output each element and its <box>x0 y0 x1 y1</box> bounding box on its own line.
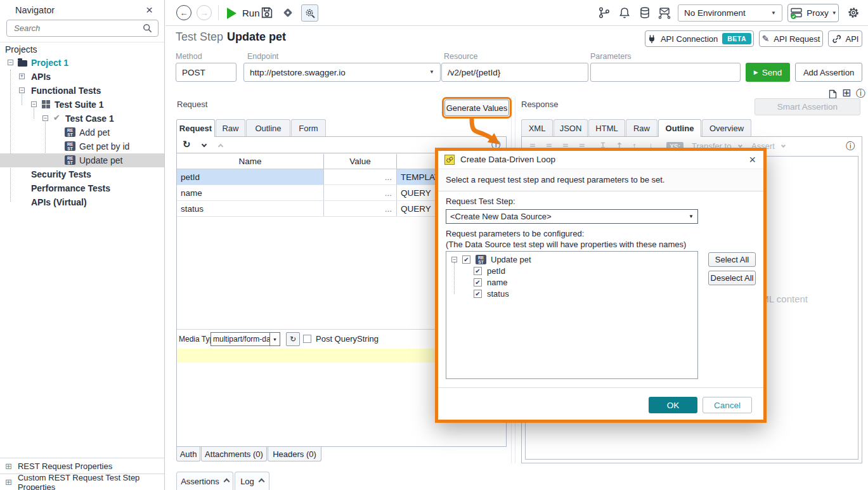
section-custom-properties[interactable]: ⊞ Custom REST Request Test Step Properti… <box>0 474 164 490</box>
tree-item-get-pet[interactable]: REST Get pet by id <box>0 139 164 153</box>
param-name-cell[interactable]: name <box>177 185 324 200</box>
cancel-button[interactable]: Cancel <box>703 397 752 413</box>
media-refresh-button[interactable]: ↻ <box>286 332 300 346</box>
rest-badge-top: RE <box>478 255 484 260</box>
tab-assertions[interactable]: Assertions <box>176 472 233 490</box>
post-querystring-checkbox[interactable] <box>303 335 311 343</box>
generate-values-button[interactable]: Generate Values <box>444 100 509 116</box>
method-field[interactable]: POST <box>176 63 236 82</box>
chevron-up-icon[interactable] <box>218 144 223 149</box>
checkbox-checked[interactable]: ✔ <box>462 255 470 264</box>
tab-label: Auth <box>180 449 197 459</box>
chevron-down-icon[interactable] <box>202 142 207 147</box>
param-tree-item-update-pet[interactable]: − ✔ REST Update pet <box>446 254 697 266</box>
tab-html[interactable]: HTML <box>588 119 625 136</box>
close-icon[interactable]: × <box>146 4 153 16</box>
media-type-value: multipart/form-data <box>211 335 269 344</box>
tab-form[interactable]: Form <box>291 119 326 136</box>
run-button[interactable]: Run <box>227 0 260 26</box>
tree-item-test-suite[interactable]: − Test Suite 1 <box>0 98 164 112</box>
api-connection-button[interactable]: API Connection BETA <box>645 30 754 47</box>
close-icon[interactable]: × <box>749 154 756 165</box>
tree-item-project[interactable]: − Project 1 <box>0 56 164 70</box>
tab-overview[interactable]: Overview <box>702 119 751 136</box>
collapse-toggle-icon[interactable]: − <box>8 60 13 65</box>
rest-step-icon: REST <box>65 141 75 151</box>
grid-layout-icon[interactable]: ⊞ <box>842 87 851 98</box>
tab-request[interactable]: Request <box>176 119 215 137</box>
request-test-step-select[interactable]: <Create New Data Source> ▼ <box>446 209 698 224</box>
send-button[interactable]: ▶ Send <box>746 63 790 82</box>
info-icon[interactable]: ⓘ <box>846 141 855 150</box>
param-name-cell[interactable]: status <box>177 201 324 216</box>
dialog-titlebar[interactable]: Create Data-Driven Loop × <box>438 151 763 169</box>
column-header-name[interactable]: Name <box>177 154 324 169</box>
tab-attachments[interactable]: Attachments (0) <box>201 447 267 461</box>
collapse-toggle-icon[interactable]: − <box>451 257 457 262</box>
diamond-icon[interactable] <box>282 6 294 19</box>
param-tree-item-name[interactable]: ✔ name <box>446 277 697 288</box>
new-page-icon[interactable] <box>828 89 838 99</box>
tree-item-security-tests[interactable]: Security Tests <box>0 167 164 181</box>
chevron-down-icon: ▼ <box>832 11 837 16</box>
expand-section-icon[interactable]: ⊞ <box>5 462 12 470</box>
param-value-cell[interactable]: ... <box>324 169 397 184</box>
settings-gear-icon[interactable] <box>847 6 860 19</box>
proxy-button[interactable]: Proxy ▼ <box>787 4 839 22</box>
refresh-icon[interactable]: ↻ <box>183 139 191 149</box>
tree-item-update-pet-selected[interactable]: REST Update pet <box>0 153 164 167</box>
tree-item-add-pet[interactable]: REST Add pet <box>0 126 164 139</box>
param-tree-item-petid[interactable]: ✔ petId <box>446 266 697 277</box>
environment-select[interactable]: No Environment ▼ <box>678 4 782 22</box>
media-type-select[interactable]: multipart/form-data ▼ <box>211 332 280 346</box>
tree-item-apis[interactable]: + APIs <box>0 70 164 84</box>
tab-auth[interactable]: Auth <box>176 447 200 461</box>
checkbox-checked[interactable]: ✔ <box>474 290 482 298</box>
tree-item-functional-tests[interactable]: − Functional Tests <box>0 84 164 98</box>
param-value-cell[interactable]: ... <box>324 201 397 216</box>
tab-json[interactable]: JSON <box>554 119 588 136</box>
mail-network-icon[interactable] <box>657 6 671 20</box>
inspect-tool-button[interactable] <box>301 4 318 22</box>
back-button[interactable]: ← <box>176 5 191 20</box>
search-input[interactable] <box>13 23 143 34</box>
param-value-cell[interactable]: ... <box>324 185 397 200</box>
checkbox-checked[interactable]: ✔ <box>474 267 482 275</box>
collapse-toggle-icon[interactable]: − <box>42 115 48 121</box>
info-icon[interactable]: ⓘ <box>856 88 865 98</box>
tab-headers[interactable]: Headers (0) <box>268 447 321 461</box>
select-all-button[interactable]: Select All <box>708 252 756 267</box>
forward-button[interactable]: → <box>197 5 212 20</box>
checkbox-checked[interactable]: ✔ <box>474 278 482 287</box>
expand-section-icon[interactable]: ⊞ <box>5 478 12 486</box>
notifications-bell-icon[interactable] <box>618 6 631 19</box>
tab-xml[interactable]: XML <box>521 119 553 136</box>
collapse-toggle-icon[interactable]: − <box>19 87 25 93</box>
api-request-button[interactable]: ✎ API Request <box>759 30 823 47</box>
resource-field[interactable]: /v2/pet/{petId} <box>441 63 588 82</box>
deselect-all-button[interactable]: Deselect All <box>708 271 756 285</box>
tab-outline[interactable]: Outline <box>246 119 290 136</box>
tree-item-performance-tests[interactable]: Performance Tests <box>0 181 164 195</box>
param-tree-item-status[interactable]: ✔ status <box>446 288 697 300</box>
tab-raw-response[interactable]: Raw <box>626 119 657 136</box>
save-icon[interactable] <box>261 6 273 19</box>
param-name-cell[interactable]: petId <box>177 169 324 184</box>
tree-item-apis-virtual[interactable]: APIs (Virtual) <box>0 195 164 209</box>
add-assertion-button[interactable]: Add Assertion <box>795 63 862 82</box>
ok-button[interactable]: OK <box>649 397 697 413</box>
tab-log[interactable]: Log <box>235 472 269 490</box>
smart-assertion-button[interactable]: Smart Assertion <box>755 98 860 115</box>
tab-raw[interactable]: Raw <box>216 119 245 136</box>
parameters-field[interactable] <box>590 63 741 82</box>
api-button[interactable]: API <box>828 30 862 47</box>
endpoint-select[interactable]: http://petstore.swagger.io ▼ <box>243 63 441 82</box>
database-icon[interactable] <box>638 6 651 19</box>
section-rest-request-properties[interactable]: ⊞ REST Request Properties <box>0 458 164 474</box>
column-header-value[interactable]: Value <box>324 154 397 169</box>
expand-toggle-icon[interactable]: + <box>19 74 25 79</box>
git-branch-icon[interactable] <box>598 6 611 19</box>
tree-item-test-case[interactable]: − ✔ Test Case 1 <box>0 112 164 126</box>
tab-outline-response[interactable]: Outline <box>658 119 701 137</box>
collapse-toggle-icon[interactable]: − <box>31 101 37 107</box>
